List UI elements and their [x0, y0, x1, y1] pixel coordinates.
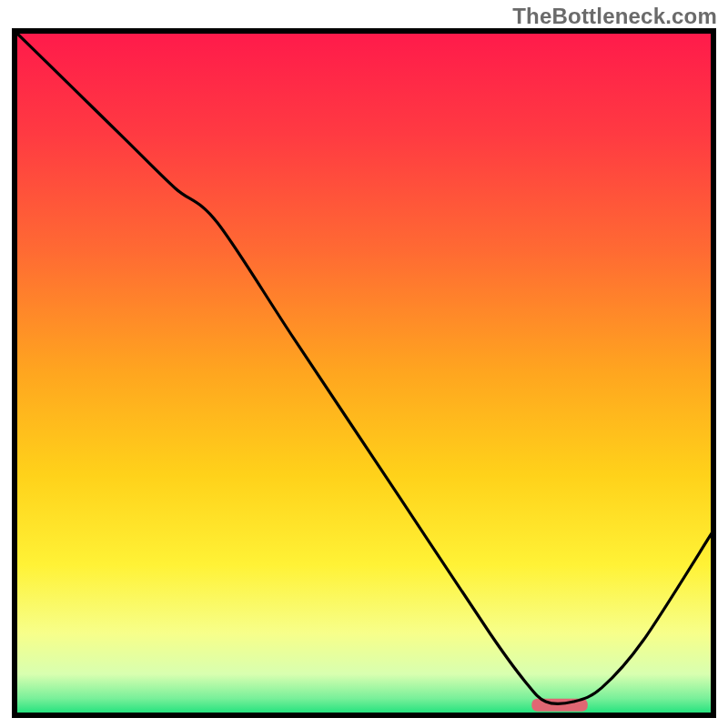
watermark-text: TheBottleneck.com	[512, 4, 717, 29]
chart-stage: TheBottleneck.com	[0, 0, 728, 728]
bottleneck-chart	[0, 0, 728, 728]
